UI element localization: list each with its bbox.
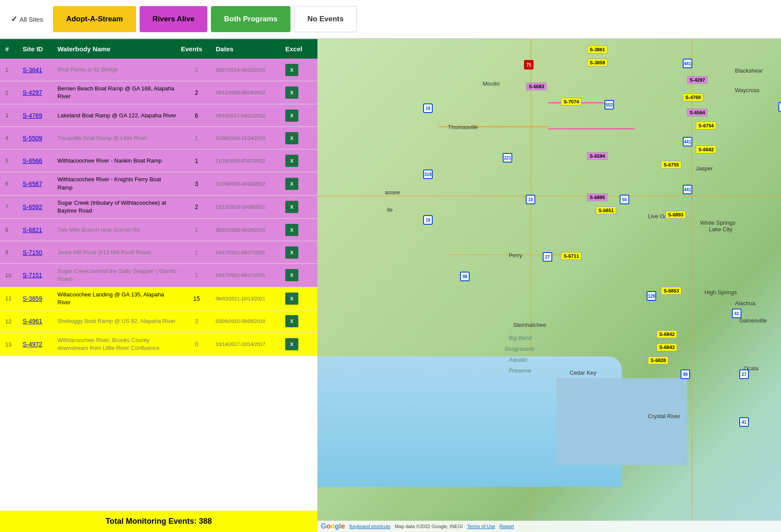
- table-row: 10S-7151Sugar Creek behind the Salty Sna…: [0, 264, 317, 287]
- map-site-badge[interactable]: S-7074: [561, 98, 581, 106]
- highway-shield: 441: [683, 137, 692, 146]
- map-site-badge[interactable]: S-6594: [587, 152, 607, 160]
- excel-download[interactable]: X: [284, 63, 314, 77]
- rivers-alive-button[interactable]: Rivers Alive: [140, 6, 208, 32]
- map-site-badge[interactable]: S-6755: [661, 161, 681, 169]
- site-id-link[interactable]: S-4297: [23, 89, 42, 96]
- map-site-badge[interactable]: S-6754: [696, 122, 716, 130]
- map-water-label: Preserve: [509, 367, 531, 374]
- site-id-link[interactable]: S-4769: [23, 112, 42, 119]
- site-id-link[interactable]: S-6821: [23, 226, 42, 233]
- excel-download[interactable]: X: [284, 200, 314, 214]
- both-programs-button[interactable]: Both Programs: [211, 6, 290, 32]
- table-row: 9S-7150Joree Mill Pond (913 Mill Pond Ro…: [0, 241, 317, 264]
- map-city-label: Cedar Key: [570, 369, 596, 376]
- map-container[interactable]: MoultriBlackshearWaycrossThomasvilleJasp…: [317, 39, 781, 532]
- dates-range: 04/17/2021-04/17/2021: [214, 272, 284, 279]
- checkmark-icon: ✓: [11, 14, 17, 24]
- map-city-label: Perry: [509, 252, 522, 259]
- highway-shield: 98: [681, 369, 690, 379]
- map-city-label: assee: [385, 189, 400, 196]
- site-id-link[interactable]: S-7150: [23, 249, 42, 256]
- dates-range: 11/16/2019-07/07/2022: [214, 157, 284, 164]
- map-site-badge[interactable]: S-6853: [661, 287, 681, 295]
- map-footer: Google Keyboard shortcuts Map data ©2022…: [317, 521, 781, 532]
- map-city-label: Thomasville: [448, 124, 478, 130]
- waterbody-name: Troupville Boat Ramp @ Little River: [56, 133, 179, 143]
- map-site-badge[interactable]: S-3861: [587, 46, 607, 53]
- excel-download[interactable]: X: [284, 314, 314, 328]
- left-panel: # Site ID Waterbody Name Events Dates Ex…: [0, 39, 317, 532]
- map-site-badge[interactable]: S-4297: [687, 76, 708, 84]
- map-site-badge[interactable]: S-6828: [648, 356, 668, 364]
- excel-download[interactable]: X: [284, 86, 314, 100]
- excel-download[interactable]: X: [284, 154, 314, 168]
- excel-download[interactable]: X: [284, 177, 314, 191]
- col-num: #: [3, 44, 21, 53]
- map-site-badge[interactable]: S-6893: [665, 211, 686, 219]
- map-site-badge[interactable]: S-6711: [561, 252, 581, 260]
- highway-shield: 41: [732, 309, 741, 318]
- site-id-link[interactable]: S-6566: [23, 157, 42, 164]
- keyboard-shortcuts-link[interactable]: Keyboard shortcuts: [349, 524, 390, 529]
- map-site-badge[interactable]: S-6842: [657, 330, 677, 338]
- table-row: 6S-6567Withlacoochee River - Knights Fer…: [0, 172, 317, 195]
- map-city-label: lle: [387, 206, 393, 213]
- map-site-badge[interactable]: S-6843: [657, 343, 677, 351]
- highway-shield: 98: [460, 272, 470, 281]
- map-site-badge[interactable]: S-6564: [687, 109, 708, 116]
- dates-range: 09/27/2014-09/10/2016: [214, 66, 284, 73]
- excel-download[interactable]: X: [284, 246, 314, 259]
- table-row: 8S-6821Two Mile Branch near Gornto Rd108…: [0, 219, 317, 241]
- highway-shield: 441: [683, 185, 692, 194]
- map-panel[interactable]: MoultriBlackshearWaycrossThomasvilleJasp…: [317, 39, 781, 532]
- events-count: 1: [179, 134, 214, 143]
- map-city-label: Blackshear: [735, 67, 763, 74]
- col-excel: Excel: [284, 44, 314, 53]
- site-id-link[interactable]: S-3641: [23, 66, 42, 73]
- table-row: 2S-4297Berrien Beach Boat Ramp @ GA 168,…: [0, 81, 317, 104]
- map-site-badge[interactable]: S-6682: [696, 146, 716, 153]
- site-id-link[interactable]: S-6592: [23, 203, 42, 210]
- highway-shield: 441: [683, 59, 692, 68]
- site-id-link[interactable]: S-3859: [23, 295, 42, 302]
- site-id-link[interactable]: S-4961: [23, 318, 42, 325]
- report-link[interactable]: Report: [500, 524, 514, 529]
- waterbody-name: Joree Mill Pond (913 Mill Pond Road): [56, 248, 179, 257]
- map-water-label: Aquatic: [509, 356, 527, 363]
- dates-range: 01/06/2019-11/14/2020: [214, 135, 284, 142]
- site-id-link[interactable]: S-4972: [23, 341, 42, 348]
- highway-shield: 23: [778, 102, 781, 112]
- map-site-badge[interactable]: S-4769: [683, 93, 703, 101]
- excel-download[interactable]: X: [284, 268, 314, 282]
- map-city-label: Crystal River: [648, 413, 680, 419]
- map-site-badge[interactable]: S-6895: [587, 193, 607, 201]
- dates-range: 11/24/2019-06/02/2022: [214, 180, 284, 187]
- no-events-button[interactable]: No Events: [294, 6, 357, 32]
- excel-download[interactable]: X: [284, 109, 314, 123]
- excel-download[interactable]: X: [284, 131, 314, 145]
- table-body: 1S-3641Boat Ramp at 82 Bridge209/27/2014…: [0, 59, 317, 511]
- events-count: 15: [179, 294, 214, 303]
- excel-download[interactable]: X: [284, 292, 314, 306]
- terms-of-use-link[interactable]: Terms of Use: [467, 524, 495, 529]
- all-sites-filter[interactable]: ✓ All Sites: [4, 14, 50, 24]
- adopt-a-stream-button[interactable]: Adopt-A-Stream: [53, 6, 136, 32]
- map-site-badge[interactable]: S-6851: [596, 206, 616, 214]
- excel-download[interactable]: X: [284, 223, 314, 237]
- site-id-link[interactable]: S-6567: [23, 180, 42, 187]
- dates-range: 06/03/2021-10/13/2021: [214, 295, 284, 302]
- map-site-badge[interactable]: S-6683: [526, 83, 547, 90]
- map-site-badge[interactable]: S-3859: [587, 59, 607, 66]
- waterbody-name: Withlacoochee River, Brooks County, down…: [56, 336, 179, 353]
- col-waterbody: Waterbody Name: [56, 44, 179, 53]
- site-id-link[interactable]: S-5509: [23, 135, 42, 142]
- map-water-label: Big Bend: [509, 335, 532, 341]
- row-number: 9: [3, 248, 21, 256]
- site-id-link[interactable]: S-7151: [23, 272, 42, 279]
- highway-shield: 41: [739, 417, 749, 427]
- excel-download[interactable]: X: [284, 337, 314, 351]
- main-content: # Site ID Waterbody Name Events Dates Ex…: [0, 39, 781, 532]
- highway-shield: 27: [543, 252, 552, 262]
- highway-shield: 27: [739, 369, 749, 379]
